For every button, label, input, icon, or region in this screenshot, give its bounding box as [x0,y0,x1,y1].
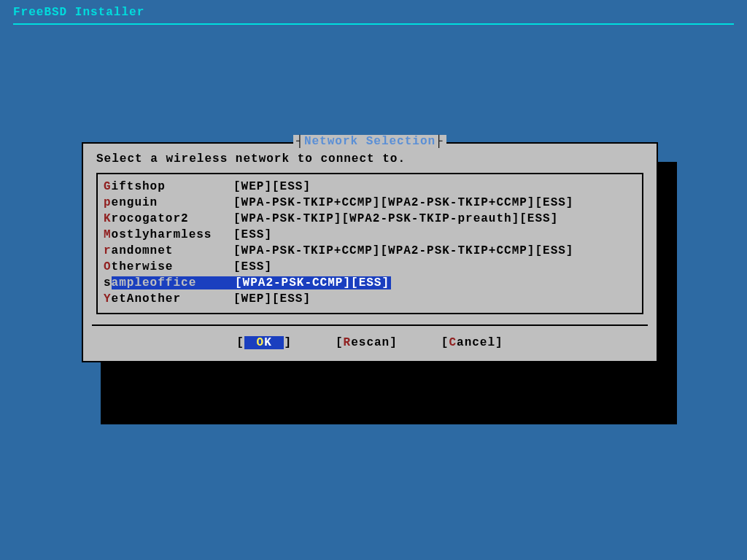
network-row[interactable]: Otherwise[ESS] [98,259,642,275]
network-hotkey: K [104,212,112,225]
network-capabilities: [WEP][ESS] [233,180,311,193]
dialog-instruction: Select a wireless network to connect to. [83,148,657,173]
network-capabilities: [ESS] [233,228,272,241]
network-hotkey: G [104,180,112,193]
network-capabilities: [WPA-PSK-TKIP][WPA2-PSK-TKIP-preauth][ES… [233,212,558,225]
network-name: andomnet [112,244,236,257]
network-name: iftshop [112,180,236,193]
network-hotkey: O [104,260,112,273]
network-row[interactable]: Mostlyharmless[ESS] [98,227,642,243]
network-selection-dialog: ┤Network Selection├ Select a wireless ne… [82,142,658,362]
title-divider [13,23,734,25]
network-row[interactable]: Giftshop[WEP][ESS] [98,179,642,195]
network-row[interactable]: YetAnother[WEP][ESS] [98,291,642,307]
network-name: therwise [112,260,236,273]
network-hotkey: Y [104,292,112,306]
network-capabilities: [ESS] [233,260,272,273]
network-list[interactable]: Giftshop[WEP][ESS]penguin[WPA-PSK-TKIP+C… [96,173,643,314]
network-capabilities: [WPA-PSK-TKIP+CCMP][WPA2-PSK-TKIP+CCMP][… [233,244,573,257]
app-title: FreeBSD Installer [0,0,747,22]
network-row[interactable]: penguin[WPA-PSK-TKIP+CCMP][WPA2-PSK-TKIP… [98,195,642,211]
network-row[interactable]: randomnet[WPA-PSK-TKIP+CCMP][WPA2-PSK-TK… [98,243,642,259]
ok-button[interactable]: [ OK ] [236,336,292,349]
network-hotkey: M [104,228,112,241]
network-name: etAnother [112,292,236,306]
network-hotkey: s [104,276,112,289]
network-hotkey: p [104,196,112,209]
network-name: rocogator2 [112,212,236,225]
rescan-button[interactable]: [Rescan] [336,336,398,349]
network-row[interactable]: Krocogator2[WPA-PSK-TKIP][WPA2-PSK-TKIP-… [98,211,642,227]
network-hotkey: r [104,244,112,257]
network-name: ostlyharmless [112,228,236,241]
network-name: enguin [112,196,236,209]
network-row[interactable]: sampleoffice[WPA2-PSK-CCMP][ESS] [98,275,642,291]
network-capabilities: [WEP][ESS] [233,292,311,306]
network-capabilities: [WPA2-PSK-CCMP][ESS] [233,276,391,289]
dialog-title: ┤Network Selection├ [293,135,446,148]
network-name: ampleoffice [112,276,236,289]
dialog-title-wrap: ┤Network Selection├ [83,135,657,148]
network-capabilities: [WPA-PSK-TKIP+CCMP][WPA2-PSK-TKIP+CCMP][… [233,196,573,209]
button-row: [ OK ] [Rescan] [Cancel] [83,326,657,361]
cancel-button[interactable]: [Cancel] [441,336,503,349]
